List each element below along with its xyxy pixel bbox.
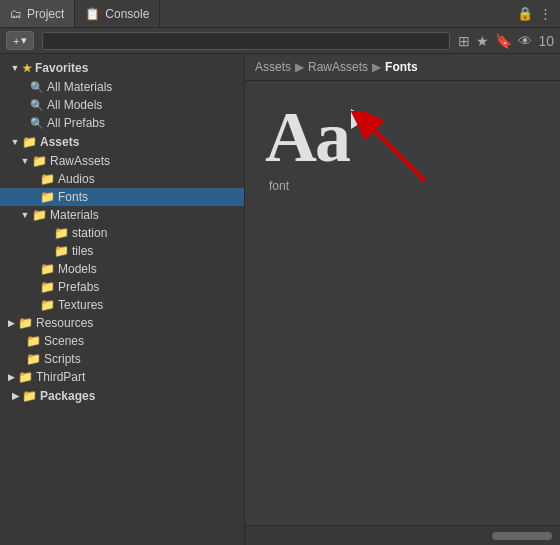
search-icon-models: 🔍 <box>30 99 44 112</box>
fonts-folder-icon: 📁 <box>40 190 55 204</box>
packages-label: Packages <box>40 389 95 403</box>
thirdpart-item[interactable]: ▶ 📁 ThirdPart <box>0 368 244 386</box>
count-label: 10 <box>538 33 554 49</box>
project-tab-label: Project <box>27 7 64 21</box>
all-models-label: All Models <box>47 98 102 112</box>
breadcrumb-sep2: ▶ <box>372 60 381 74</box>
all-prefabs-label: All Prefabs <box>47 116 105 130</box>
top-bar: 🗂 Project 📋 Console 🔒 ⋮ <box>0 0 560 28</box>
tab-project[interactable]: 🗂 Project <box>0 0 75 27</box>
search-icon-prefabs: 🔍 <box>30 117 44 130</box>
breadcrumb-sep1: ▶ <box>295 60 304 74</box>
packages-folder-icon: 📁 <box>22 389 37 403</box>
search-icon-materials: 🔍 <box>30 81 44 94</box>
resources-arrow: ▶ <box>4 318 18 328</box>
textures-item[interactable]: 📁 Textures <box>0 296 244 314</box>
rawassets-arrow: ▼ <box>18 156 32 166</box>
favorites-label: Favorites <box>35 61 88 75</box>
console-tab-icon: 📋 <box>85 7 100 21</box>
audios-item[interactable]: 📁 Audios <box>0 170 244 188</box>
console-tab-label: Console <box>105 7 149 21</box>
menu-icon[interactable]: ⋮ <box>539 6 552 21</box>
search-box <box>42 32 450 50</box>
tiles-folder-icon: 📁 <box>54 244 69 258</box>
scripts-folder-icon: 📁 <box>26 352 41 366</box>
assets-label: Assets <box>40 135 79 149</box>
favorites-arrow: ▼ <box>8 63 22 73</box>
models-folder-icon: 📁 <box>40 262 55 276</box>
materials-label: Materials <box>50 208 99 222</box>
annotation-arrow <box>335 111 455 191</box>
scenes-label: Scenes <box>44 334 84 348</box>
bookmark-icon[interactable]: 🔖 <box>495 33 512 49</box>
fonts-item[interactable]: 📁 Fonts <box>0 188 244 206</box>
top-right-controls: 🔒 ⋮ <box>517 6 560 21</box>
breadcrumb-fonts[interactable]: Fonts <box>385 60 418 74</box>
assets-arrow: ▼ <box>8 137 22 147</box>
grid-icon[interactable]: ⊞ <box>458 33 470 49</box>
tiles-item[interactable]: 📁 tiles <box>0 242 244 260</box>
right-panel: Assets ▶ RawAssets ▶ Fonts Aa font <box>245 54 560 545</box>
materials-arrow: ▼ <box>18 210 32 220</box>
search-input[interactable] <box>42 32 450 50</box>
assets-folder-icon: 📁 <box>22 135 37 149</box>
models-label: Models <box>58 262 97 276</box>
station-label: station <box>72 226 107 240</box>
textures-folder-icon: 📁 <box>40 298 55 312</box>
eye-icon[interactable]: 👁 <box>518 33 532 49</box>
breadcrumb-rawassets[interactable]: RawAssets <box>308 60 368 74</box>
packages-section[interactable]: ▶ 📁 Packages <box>0 386 244 406</box>
materials-folder-icon: 📁 <box>32 208 47 222</box>
thirdpart-arrow: ▶ <box>4 372 18 382</box>
packages-arrow: ▶ <box>8 391 22 401</box>
thirdpart-label: ThirdPart <box>36 370 85 384</box>
rawassets-folder-icon: 📁 <box>32 154 47 168</box>
prefabs-label: Prefabs <box>58 280 99 294</box>
fonts-label: Fonts <box>58 190 88 204</box>
breadcrumb-assets[interactable]: Assets <box>255 60 291 74</box>
toolbar-icons: ⊞ ★ 🔖 👁 10 <box>458 33 554 49</box>
station-folder-icon: 📁 <box>54 226 69 240</box>
font-label: font <box>265 179 289 193</box>
left-panel: ▼ ★ Favorites 🔍 All Materials 🔍 All Mode… <box>0 54 245 545</box>
scrollbar-thumb[interactable] <box>492 532 552 540</box>
station-item[interactable]: 📁 station <box>0 224 244 242</box>
tab-console[interactable]: 📋 Console <box>75 0 160 27</box>
scenes-folder-icon: 📁 <box>26 334 41 348</box>
thirdpart-folder-icon: 📁 <box>18 370 33 384</box>
add-dropdown-icon: ▾ <box>21 34 27 47</box>
models-item[interactable]: 📁 Models <box>0 260 244 278</box>
audios-label: Audios <box>58 172 95 186</box>
star-icon[interactable]: ★ <box>476 33 489 49</box>
add-button[interactable]: + ▾ <box>6 31 34 50</box>
prefabs-item[interactable]: 📁 Prefabs <box>0 278 244 296</box>
textures-label: Textures <box>58 298 103 312</box>
assets-section[interactable]: ▼ 📁 Assets <box>0 132 244 152</box>
project-tab-icon: 🗂 <box>10 7 22 21</box>
prefabs-folder-icon: 📁 <box>40 280 55 294</box>
resources-item[interactable]: ▶ 📁 Resources <box>0 314 244 332</box>
add-label: + <box>13 35 19 47</box>
audios-folder-icon: 📁 <box>40 172 55 186</box>
scripts-label: Scripts <box>44 352 81 366</box>
favorites-section[interactable]: ▼ ★ Favorites <box>0 58 244 78</box>
main-content: ▼ ★ Favorites 🔍 All Materials 🔍 All Mode… <box>0 54 560 545</box>
tiles-label: tiles <box>72 244 93 258</box>
rawassets-item[interactable]: ▼ 📁 RawAssets <box>0 152 244 170</box>
materials-item[interactable]: ▼ 📁 Materials <box>0 206 244 224</box>
resources-label: Resources <box>36 316 93 330</box>
lock-icon[interactable]: 🔒 <box>517 6 533 21</box>
scenes-item[interactable]: 📁 Scenes <box>0 332 244 350</box>
resources-folder-icon: 📁 <box>18 316 33 330</box>
all-materials-item[interactable]: 🔍 All Materials <box>0 78 244 96</box>
right-content: Aa font <box>245 81 560 525</box>
breadcrumb: Assets ▶ RawAssets ▶ Fonts <box>245 54 560 81</box>
favorites-star-icon: ★ <box>22 62 32 75</box>
all-prefabs-item[interactable]: 🔍 All Prefabs <box>0 114 244 132</box>
all-materials-label: All Materials <box>47 80 112 94</box>
scripts-item[interactable]: 📁 Scripts <box>0 350 244 368</box>
bottom-bar <box>245 525 560 545</box>
rawassets-label: RawAssets <box>50 154 110 168</box>
toolbar: + ▾ ⊞ ★ 🔖 👁 10 <box>0 28 560 54</box>
all-models-item[interactable]: 🔍 All Models <box>0 96 244 114</box>
